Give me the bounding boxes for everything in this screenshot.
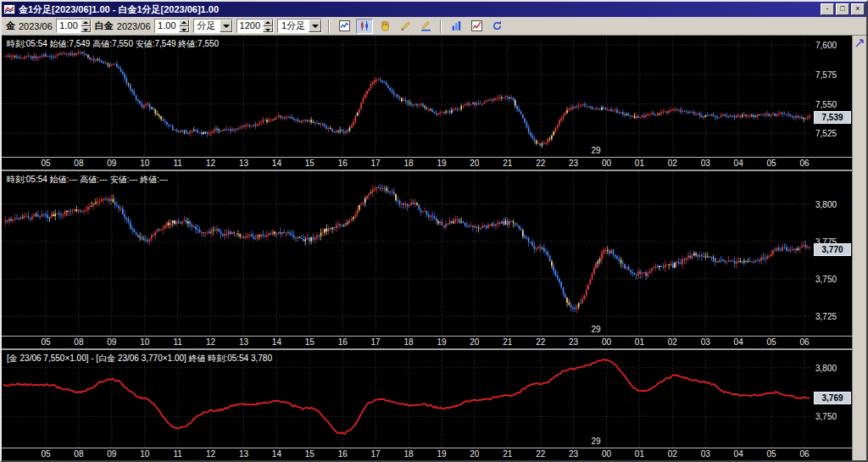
x-tick-label: 18 (403, 159, 413, 168)
chevron-down-icon[interactable] (220, 19, 232, 32)
spread-price-badge: 3,769 (814, 392, 851, 404)
x-tick-label: 04 (734, 337, 743, 347)
gold-multiplier-value: 1.00 (57, 19, 81, 32)
x-tick-label: 10 (140, 337, 149, 347)
pencil-line-icon (420, 20, 431, 31)
y-tick-label: 7,600 (815, 41, 837, 50)
gold-price-axis: 7,6007,5757,5507,5257,539 (813, 36, 852, 157)
spin-up-icon[interactable] (81, 19, 91, 26)
draw-button[interactable] (397, 19, 414, 34)
window-title: 金1分足[2023/06]1.00 - 白金1分足[2023/06]1.00 (19, 3, 817, 16)
x-tick-label: 02 (668, 159, 677, 168)
x-tick-label: 01 (635, 449, 644, 459)
date-marker: 29 (592, 325, 601, 334)
x-tick-label: 21 (503, 159, 512, 168)
pan-button[interactable] (376, 19, 393, 34)
x-tick-label: 23 (569, 159, 578, 168)
x-tick-label: 03 (701, 159, 710, 168)
x-tick-label: 04 (734, 449, 743, 459)
x-tick-label: 10 (140, 159, 149, 168)
x-tick-label: 04 (734, 159, 743, 168)
spread-chart-panel[interactable]: [金 23/06 7,550×1.00] - [白金 23/06 3,770×1… (2, 350, 852, 460)
x-tick-label: 21 (503, 337, 512, 347)
toolbar: 金 2023/06 1.00 白金 2023/06 1.00 分足 1200 (2, 17, 866, 36)
x-tick-label: 17 (371, 449, 381, 459)
x-tick-label: 10 (140, 449, 149, 459)
window-controls: - □ × (821, 3, 865, 15)
y-tick-label: 3,800 (815, 364, 837, 373)
x-tick-label: 15 (305, 449, 314, 459)
x-tick-label: 11 (173, 449, 181, 459)
spin-up-icon[interactable] (179, 19, 189, 26)
platinum-ohlc-info: 時刻:05:54 始値:--- 高値:--- 安値:--- 終値:--- (7, 174, 168, 186)
platinum-plot[interactable] (2, 171, 813, 336)
interval-dropdown[interactable]: 1分足 (277, 19, 322, 33)
x-tick-label: 19 (437, 159, 446, 168)
line-chart-icon (339, 20, 350, 31)
spin-down-icon[interactable] (263, 26, 273, 33)
date-marker: 29 (592, 437, 601, 446)
minimize-button[interactable]: - (821, 3, 834, 15)
platinum-chart-panel[interactable]: 時刻:05:54 始値:--- 高値:--- 安値:--- 終値:--- 3,8… (2, 171, 852, 350)
spin-down-icon[interactable] (179, 26, 189, 33)
x-tick-label: 05 (41, 449, 50, 459)
spread-time-axis: 0508091011121314151617181920212223000102… (2, 448, 852, 460)
x-tick-label: 16 (338, 159, 348, 168)
line-chart-button[interactable] (336, 19, 353, 34)
close-button[interactable]: × (851, 3, 865, 15)
interval-value: 1分足 (278, 19, 309, 32)
x-tick-label: 05 (41, 337, 50, 347)
bar-graph-button[interactable] (448, 19, 465, 34)
candle-chart-button[interactable] (356, 19, 373, 34)
chart-stack: 時刻:05:54 始値:7,549 高値:7,550 安値:7,549 終値:7… (2, 36, 852, 460)
spread-plot[interactable] (2, 350, 813, 448)
y-tick-label: 7,575 (815, 70, 837, 80)
toolbar-separator (328, 19, 330, 33)
x-tick-label: 01 (635, 337, 644, 347)
gold-label: 金 (6, 19, 15, 32)
x-tick-label: 23 (569, 449, 578, 459)
multi-chart-button[interactable] (468, 19, 485, 34)
chevron-down-icon[interactable] (309, 19, 321, 32)
draw-line-button[interactable] (417, 19, 434, 34)
x-tick-label: 09 (107, 337, 116, 347)
refresh-button[interactable] (488, 19, 505, 34)
x-tick-label: 00 (602, 449, 611, 459)
side-strip (852, 36, 866, 460)
x-tick-label: 11 (173, 159, 181, 168)
x-tick-label: 12 (206, 159, 215, 168)
maximize-button[interactable]: □ (836, 3, 849, 15)
x-tick-label: 11 (173, 337, 181, 347)
refresh-icon (492, 20, 503, 31)
x-tick-label: 01 (635, 159, 644, 168)
x-tick-label: 13 (239, 159, 248, 168)
chart-settings-icon[interactable] (854, 38, 865, 48)
spread-price-axis: 3,8003,7503,769 (813, 350, 852, 448)
bar-count-input[interactable]: 1200 (236, 19, 274, 33)
date-marker: 29 (592, 146, 601, 155)
spin-up-icon[interactable] (263, 19, 273, 26)
gold-multiplier-input[interactable]: 1.00 (56, 19, 92, 33)
gold-time-axis: 0508091011121314151617181920212223000102… (2, 157, 852, 170)
gold-ohlc-info: 時刻:05:54 始値:7,549 高値:7,550 安値:7,549 終値:7… (7, 38, 219, 50)
gold-plot[interactable] (2, 36, 813, 157)
platinum-multiplier-input[interactable]: 1.00 (154, 19, 190, 33)
x-tick-label: 23 (569, 337, 578, 347)
x-tick-label: 17 (371, 337, 381, 347)
title-bar[interactable]: 金1分足[2023/06]1.00 - 白金1分足[2023/06]1.00 -… (2, 2, 866, 17)
bar-type-dropdown[interactable]: 分足 (193, 19, 233, 33)
x-tick-label: 08 (74, 159, 83, 168)
x-tick-label: 03 (701, 449, 710, 459)
x-tick-label: 22 (536, 449, 545, 459)
bar-count-value: 1200 (237, 19, 263, 32)
x-tick-label: 14 (272, 449, 281, 459)
x-tick-label: 02 (668, 337, 677, 347)
bar-type-value: 分足 (194, 19, 220, 32)
x-tick-label: 05 (767, 159, 776, 168)
gold-chart-panel[interactable]: 時刻:05:54 始値:7,549 高値:7,550 安値:7,549 終値:7… (2, 36, 852, 171)
spin-down-icon[interactable] (81, 26, 91, 33)
spread-formula-info: [金 23/06 7,550×1.00] - [白金 23/06 3,770×1… (7, 353, 272, 365)
platinum-time-axis: 0508091011121314151617181920212223000102… (2, 336, 852, 348)
x-tick-label: 14 (272, 337, 281, 347)
x-tick-label: 14 (272, 159, 281, 168)
